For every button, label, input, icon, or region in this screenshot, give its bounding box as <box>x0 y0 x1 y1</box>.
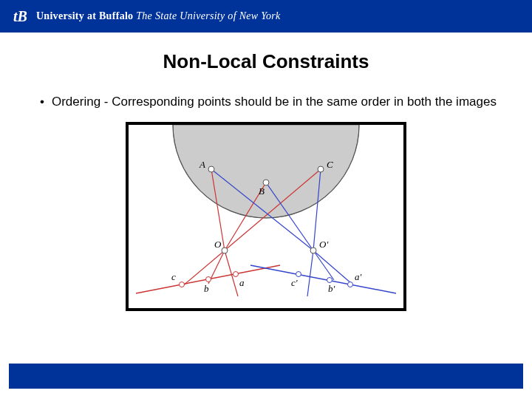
svg-point-24 <box>348 282 353 287</box>
logo-icon: tB <box>13 9 27 24</box>
label-A: A <box>199 159 205 170</box>
svg-line-7 <box>182 250 225 287</box>
university-name: University at Buffalo The State Universi… <box>36 10 281 22</box>
ub-logo: tB <box>13 9 27 24</box>
bullet-item: • Ordering - Corresponding points should… <box>35 94 497 110</box>
label-C: C <box>327 159 333 170</box>
svg-point-17 <box>222 248 228 253</box>
bullet-text: Ordering - Corresponding points should b… <box>52 94 497 110</box>
footer-bar <box>9 364 523 389</box>
svg-point-22 <box>296 272 301 277</box>
svg-point-23 <box>327 278 332 283</box>
label-aprime: a' <box>355 271 362 282</box>
svg-point-15 <box>263 180 269 185</box>
slide-title: Non-Local Constraints <box>0 50 532 73</box>
label-cprime: c' <box>291 277 298 288</box>
university-bold: University at Buffalo <box>36 10 134 21</box>
header-bar: tB University at Buffalo The State Unive… <box>0 0 532 33</box>
svg-point-14 <box>208 166 214 172</box>
svg-point-19 <box>180 282 185 287</box>
svg-point-16 <box>318 166 324 172</box>
svg-point-21 <box>233 272 239 277</box>
svg-line-13 <box>307 250 313 296</box>
university-subtitle: The State University of New York <box>136 10 280 21</box>
label-a: a <box>239 277 245 288</box>
svg-point-18 <box>310 248 316 253</box>
label-O: O <box>214 239 222 250</box>
label-c: c <box>171 271 176 282</box>
label-bprime: b' <box>328 283 335 294</box>
svg-point-20 <box>206 277 211 282</box>
diagram-svg: A B C O O' c b a c' b' a' <box>129 125 403 308</box>
label-b: b <box>204 283 209 294</box>
ordering-diagram: A B C O O' c b a c' b' a' <box>126 122 406 311</box>
label-Oprime: O' <box>319 239 328 250</box>
bullet-dot-icon: • <box>40 94 44 110</box>
svg-line-1 <box>250 265 396 293</box>
label-B: B <box>259 185 265 197</box>
